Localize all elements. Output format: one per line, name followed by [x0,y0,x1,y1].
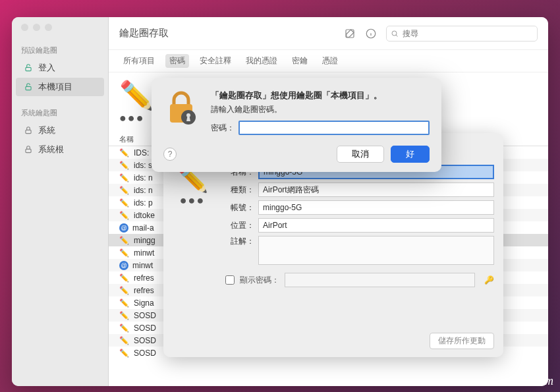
auth-dialog: 「鑰匙圈存取」想使用鑰匙圈「本機項目」。 請輸入鑰匙圈密碼。 密碼： ? 取消 … [152,78,441,172]
dialog-title: 「鑰匙圈存取」想使用鑰匙圈「本機項目」。 [211,90,430,101]
sidebar-label: 本機項目 [38,81,72,93]
tab-passwords[interactable]: 密碼 [165,54,189,68]
pencil-icon: ✏️ [119,286,130,295]
tab-all[interactable]: 所有項目 [119,54,159,68]
tab-notes[interactable]: 安全註釋 [196,54,235,68]
pencil-icon: ✏️ [119,298,130,308]
at-icon: @ [119,223,128,233]
sidebar-item-system[interactable]: 系統 [16,121,104,140]
dots-icon: ●●● [119,111,154,125]
pencil-icon: ✏️ [119,148,130,157]
search-box[interactable] [386,26,538,42]
help-button[interactable]: ? [163,148,177,161]
pencil-icon: ✏️ [119,273,130,283]
pencil-icon: ✏️ [119,323,130,333]
close-dot[interactable] [21,24,28,31]
field-kind[interactable] [258,182,494,197]
field-where[interactable] [258,218,494,233]
label-show-password: 顯示密碼： [240,275,279,286]
pencil-icon: ✏️ [119,336,130,345]
info-icon[interactable] [365,28,377,40]
label-where: 位置： [225,220,258,231]
lock-icon [24,126,33,135]
password-input[interactable] [238,121,430,135]
at-icon: @ [119,261,128,270]
compose-icon[interactable] [344,28,356,40]
pencil-icon: ✏️ [119,173,130,182]
svg-rect-3 [26,149,31,152]
label-kind: 種類： [225,184,258,196]
pencil-icon: ✏️ [119,198,130,208]
watermark: minwt.com [502,374,554,388]
cancel-button[interactable]: 取消 [337,146,384,163]
sidebar: 預設鑰匙圈 登入 本機項目 系統鑰匙圈 系統 系統根 [12,17,109,386]
search-input[interactable] [403,29,533,38]
panel-form: 名稱： 種類： 帳號： 位置： 註解： 顯示密碼： 🔑 [225,165,494,287]
panel-item-icon: ✏️ ●●● [173,165,212,287]
window-title: 鑰匙圈存取 [119,27,169,40]
toolbar: 鑰匙圈存取 [109,17,548,50]
category-tabs: 所有項目 密碼 安全註釋 我的憑證 密鑰 憑證 [109,50,548,72]
svg-point-6 [392,31,397,36]
pencil-icon: ✏️ [119,236,130,245]
show-password-checkbox[interactable] [225,275,235,285]
pencil-icon: ✏️ [119,349,130,358]
max-dot[interactable] [45,24,52,31]
password-label: 密碼： [211,123,235,134]
label-account: 帳號： [225,202,258,213]
tab-my-certs[interactable]: 我的憑證 [242,54,281,68]
pencil-icon: ✏️ [119,186,130,195]
unlock-icon [24,82,33,92]
field-comment[interactable] [258,236,494,265]
save-changes-button[interactable]: 儲存所作更動 [430,333,494,349]
sidebar-item-login[interactable]: 登入 [16,59,104,77]
item-icon: ✏️ ●●● [119,79,154,125]
traffic-lights [12,24,108,43]
tab-certs[interactable]: 憑證 [318,54,342,68]
sidebar-label: 系統根 [38,144,64,155]
lock-badge-icon [163,90,199,125]
svg-rect-0 [26,67,31,70]
tab-keys[interactable]: 密鑰 [288,54,312,68]
search-icon [391,30,399,38]
svg-rect-1 [26,86,31,90]
key-icon: 🔑 [484,275,494,285]
field-password[interactable] [285,273,475,287]
sidebar-label: 系統 [38,125,55,136]
pencil-icon: ✏️ [119,161,130,170]
sidebar-heading-system: 系統鑰匙圈 [12,105,108,121]
lock-icon [24,145,33,154]
pencil-icon: ✏️ [119,211,130,220]
ok-button[interactable]: 好 [391,146,430,163]
pencil-icon: ✏️ [119,311,130,320]
sidebar-heading-default: 預設鑰匙圈 [12,43,108,58]
sidebar-item-local[interactable]: 本機項目 [16,78,104,96]
svg-rect-2 [26,130,31,133]
min-dot[interactable] [33,24,40,31]
dialog-subtitle: 請輸入鑰匙圈密碼。 [211,104,430,115]
sidebar-item-system-root[interactable]: 系統根 [16,140,104,159]
label-comment: 註解： [225,236,258,247]
field-account[interactable] [258,200,494,215]
pencil-icon: ✏️ [119,248,130,258]
sidebar-label: 登入 [38,62,55,74]
unlock-icon [24,63,33,72]
